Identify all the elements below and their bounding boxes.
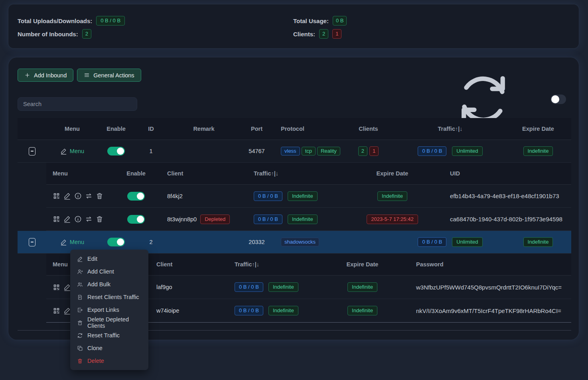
header-menu: Menu <box>46 126 98 132</box>
enable-toggle[interactable] <box>107 147 125 156</box>
inbound-clients: 2 1 <box>341 140 395 162</box>
edit-pencil-icon[interactable] <box>63 215 71 223</box>
plus-icon <box>24 72 30 78</box>
clients-depleted-badge: 1 <box>369 146 379 156</box>
inbound-id: 1 <box>134 140 168 162</box>
menu-item-edit[interactable]: Edit <box>70 252 148 265</box>
info-circle-icon[interactable] <box>74 192 82 200</box>
expire-badge: Indefinite <box>377 191 407 201</box>
export-icon <box>77 307 83 313</box>
inbound-expire: Indefinite <box>505 140 571 162</box>
qr-code-icon[interactable] <box>53 192 60 200</box>
qr-code-icon[interactable] <box>53 307 60 315</box>
inbound-expire: Indefinite <box>505 231 571 253</box>
enable-toggle[interactable] <box>107 238 125 246</box>
collapse-row-button[interactable] <box>29 238 36 246</box>
trash-icon[interactable] <box>96 192 103 200</box>
edit-pencil-icon[interactable] <box>63 192 71 200</box>
header-enable: Enable <box>112 170 160 177</box>
number-of-inbounds-label: Number of Inbounds: <box>18 31 78 37</box>
client-name: 8t3wjnn8p0 <box>167 216 197 222</box>
header-remark: Remark <box>168 126 240 132</box>
clients-depleted-count: 1 <box>332 29 341 39</box>
stats-left-column: Total Uploads/Downloads: 0 B / 0 B Numbe… <box>18 14 125 40</box>
inbound-traffic: 0 B / 0 B Unlimited <box>395 140 505 162</box>
reset-traffic-icon[interactable] <box>85 215 93 223</box>
edit-pencil-icon <box>60 239 67 246</box>
copy-icon <box>77 345 83 351</box>
delete-icon <box>77 358 83 364</box>
total-uploads-downloads-label: Total Uploads/Downloads: <box>18 18 92 24</box>
client-row: 8t3wjnn8p0 Depleted 0 B / 0 B Indefinite… <box>46 208 571 231</box>
traffic-badge: 0 B / 0 B <box>254 191 282 201</box>
client-name: w74ioipe <box>146 299 230 322</box>
client-actions <box>53 215 103 223</box>
menu-item-delete-depleted-clients[interactable]: Delete Depleted Clients <box>70 316 148 329</box>
menu-item-clone[interactable]: Clone <box>70 342 148 354</box>
header-expire-date: Expire Date <box>318 261 407 268</box>
traffic-badge: 0 B / 0 B <box>254 215 282 224</box>
toolbar: Add Inbound General Actions <box>18 69 141 82</box>
auto-refresh-toggle[interactable] <box>551 95 566 104</box>
qr-code-icon[interactable] <box>53 284 60 291</box>
client-uid: ca68470b-1940-437d-802b-1f9573e94598 <box>441 208 571 230</box>
inbound-menu-button[interactable]: Menu <box>60 239 84 246</box>
search-input[interactable] <box>18 97 137 111</box>
clients-label: Clients: <box>293 31 315 37</box>
collapse-row-button[interactable] <box>29 147 36 156</box>
client-row: 8f4kj2 0 B / 0 B Indefinite Indefinite e… <box>46 185 571 208</box>
number-of-inbounds-value: 2 <box>82 29 91 39</box>
client-password: w3NfbzUPf5WWd745Q8pvsmQrdrttT2IO6knuI7Di… <box>407 276 571 299</box>
inbound-traffic: 0 B / 0 B Unlimited <box>395 231 505 253</box>
reset-traffic-icon[interactable] <box>85 192 93 200</box>
header-menu: Menu <box>46 170 112 177</box>
client-name: laf9go <box>146 276 230 299</box>
menu-item-reset-traffic[interactable]: Reset Traffic <box>70 329 148 342</box>
edit-pencil-icon <box>60 148 67 155</box>
inbounds-panel: Add Inbound General Actions Menu Enable … <box>8 57 579 340</box>
transport-badge: tcp <box>302 147 316 156</box>
header-traffic[interactable]: Traffic↑|↓ <box>230 261 318 268</box>
traffic-badge: 0 B / 0 B <box>418 146 446 156</box>
header-traffic[interactable]: Traffic↑|↓ <box>254 170 343 177</box>
client-uid: efb14b43-4a79-4e83-ef18-e48cf1901b73 <box>441 185 571 207</box>
client-enable-toggle[interactable] <box>127 215 145 224</box>
traffic-limit-badge: Indefinite <box>268 306 298 315</box>
traffic-badge: 0 B / 0 B <box>418 237 446 247</box>
expire-badge: 2023-5-7 17:25:42 <box>367 215 418 224</box>
add-inbound-button[interactable]: Add Inbound <box>18 69 73 82</box>
stats-right-column: Total Usage: 0 B Clients: 2 1 <box>293 14 347 40</box>
trash-icon[interactable] <box>96 215 103 223</box>
client-traffic: 0 B / 0 B Indefinite <box>254 208 343 230</box>
header-enable: Enable <box>98 126 134 132</box>
traffic-limit-badge: Unlimited <box>452 146 482 156</box>
inbound-menu-label: Menu <box>70 239 84 245</box>
header-traffic[interactable]: Traffic↑|↓ <box>395 126 505 132</box>
clients-row: Clients: 2 1 <box>293 28 347 40</box>
clients-active-badge: 2 <box>358 146 367 156</box>
expire-badge: Indefinite <box>347 306 377 315</box>
total-usage-label: Total Usage: <box>293 18 329 24</box>
qr-code-icon[interactable] <box>53 215 60 223</box>
menu-item-delete[interactable]: Delete <box>70 354 148 367</box>
menu-item-add-client[interactable]: Add Client <box>70 265 148 278</box>
inbound-clients <box>341 231 395 253</box>
info-circle-icon[interactable] <box>74 215 82 223</box>
inbound-menu-button[interactable]: Menu <box>60 148 84 155</box>
header-client: Client <box>146 261 230 268</box>
menu-item-export-links[interactable]: Export Links <box>70 303 148 316</box>
inbounds-table-header: Menu Enable ID Remark Port Protocol Clie… <box>18 118 571 140</box>
general-actions-button[interactable]: General Actions <box>77 69 141 82</box>
delete-depleted-icon <box>77 320 83 326</box>
client-enable-toggle[interactable] <box>127 192 145 201</box>
inbound-menu-label: Menu <box>70 148 84 154</box>
traffic-limit-badge: Indefinite <box>268 282 298 292</box>
client-password: nkV/I/3XoAm9v6xMT/T5IcrF4TpeTKF98rHARbRo… <box>407 299 571 322</box>
total-usage-row: Total Usage: 0 B <box>293 14 347 27</box>
menu-bars-icon <box>84 72 90 78</box>
inbound-port: 54767 <box>240 140 274 162</box>
menu-item-reset-clients-traffic[interactable]: Reset Clients Traffic <box>70 291 148 303</box>
general-actions-label: General Actions <box>93 72 134 79</box>
number-of-inbounds-row: Number of Inbounds: 2 <box>18 28 125 40</box>
menu-item-add-bulk[interactable]: Add Bulk <box>70 278 148 291</box>
